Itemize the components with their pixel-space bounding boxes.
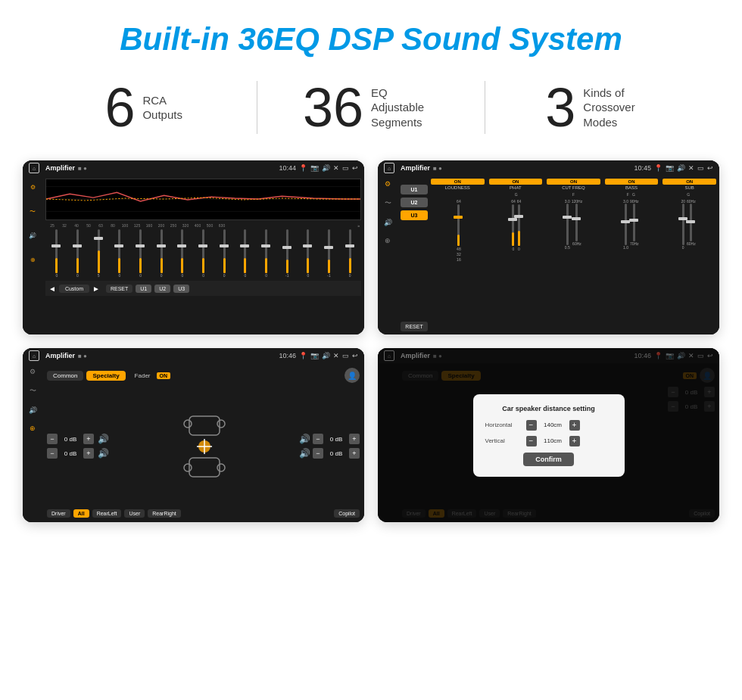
fl-minus-btn[interactable]: − xyxy=(47,434,58,444)
fader-speaker-icon[interactable]: 🔊 xyxy=(29,406,37,414)
horizontal-label: Horizontal xyxy=(485,422,523,428)
eq-settings-icon[interactable]: ⚙ xyxy=(26,180,39,194)
eq-reset-btn[interactable]: RESET xyxy=(106,285,132,293)
phat-on-btn[interactable]: ON xyxy=(489,179,543,185)
stat-number-eq: 36 xyxy=(303,80,363,135)
app-name-channel: Amplifier xyxy=(401,164,430,172)
eq-prev-btn[interactable]: ◄ xyxy=(48,285,56,293)
eq-u3-btn[interactable]: U3 xyxy=(173,285,189,293)
screen-fader: ⌂ Amplifier ■ ● 10:46 📍📷🔊✕▭↩ ⚙ 〜 🔊 ⊕ xyxy=(23,348,364,522)
rearleft-btn[interactable]: RearLeft xyxy=(92,509,122,518)
loudness-on-btn[interactable]: ON xyxy=(431,179,485,185)
screen-distance: ⌂ Amplifier ■ ● 10:46 📍📷🔊✕▭↩ Common Spec… xyxy=(378,348,719,522)
stat-rca: 6 RCAOutputs xyxy=(30,80,257,135)
vertical-plus-btn[interactable]: + xyxy=(569,436,580,446)
eq-graph xyxy=(45,179,361,220)
screenshots-grid: ⌂ Amplifier ■ ● 10:44 📍📷🔊✕▭↩ ⚙ 〜 🔊 ⊕ xyxy=(0,153,742,545)
phat-label: PHAT xyxy=(510,185,522,190)
app-name-eq: Amplifier xyxy=(45,164,75,172)
stat-number-rca: 6 xyxy=(104,80,135,135)
home-icon-fader[interactable]: ⌂ xyxy=(29,350,39,361)
rr-minus-btn[interactable]: − xyxy=(313,448,323,459)
home-icon-channel[interactable]: ⌂ xyxy=(384,163,394,173)
fader-cross-icon[interactable]: ⊕ xyxy=(30,425,36,432)
user-btn[interactable]: User xyxy=(124,509,145,518)
confirm-button[interactable]: Confirm xyxy=(523,453,574,466)
screen-eq: ⌂ Amplifier ■ ● 10:44 📍📷🔊✕▭↩ ⚙ 〜 🔊 ⊕ xyxy=(23,160,364,334)
rearright-btn[interactable]: RearRight xyxy=(148,509,181,518)
eq-bottom-bar: ◄ Custom ► RESET U1 U2 U3 xyxy=(45,281,361,296)
sub-on-btn[interactable]: ON xyxy=(662,179,716,185)
eq-u2-btn[interactable]: U2 xyxy=(154,285,170,293)
svg-rect-10 xyxy=(189,458,220,477)
stats-row: 6 RCAOutputs 36 EQ AdjustableSegments 3 … xyxy=(0,73,742,153)
rr-plus-btn[interactable]: + xyxy=(349,448,360,459)
horizontal-row: Horizontal − 140cm + xyxy=(485,420,613,431)
preset-u2-btn[interactable]: U2 xyxy=(401,198,428,207)
rr-db-value: 0 dB xyxy=(326,450,347,457)
time-eq: 10:44 xyxy=(279,164,296,172)
rl-minus-btn[interactable]: − xyxy=(47,448,58,459)
vertical-row: Vertical − 110cm + xyxy=(485,436,613,446)
horizontal-plus-btn[interactable]: + xyxy=(569,420,580,431)
fader-wave-icon[interactable]: 〜 xyxy=(30,386,36,396)
status-bar-eq: ⌂ Amplifier ■ ● 10:44 📍📷🔊✕▭↩ xyxy=(23,160,364,176)
ch-speaker-icon[interactable]: 🔊 xyxy=(384,219,392,226)
driver-btn[interactable]: Driver xyxy=(47,509,70,518)
fader-diagram[interactable] xyxy=(167,409,242,484)
bass-label: BASS xyxy=(625,185,638,190)
icons-channel: 📍📷🔊✕▭↩ xyxy=(654,164,713,172)
eq-wave-icon[interactable]: 〜 xyxy=(26,204,39,218)
fl-plus-btn[interactable]: + xyxy=(83,434,94,444)
stat-number-crossover: 3 xyxy=(545,80,575,135)
ch-wave-icon[interactable]: 〜 xyxy=(385,198,391,208)
home-icon-eq[interactable]: ⌂ xyxy=(29,163,39,173)
loudness-label: LOUDNESS xyxy=(445,185,470,190)
vertical-value: 110cm xyxy=(540,437,566,444)
screen-channel: ⌂ Amplifier ■ ● 10:45 📍📷🔊✕▭↩ ⚙ 〜 🔊 ⊕ xyxy=(378,160,719,334)
eq-custom-btn[interactable]: Custom xyxy=(59,285,89,293)
ch-reset-btn[interactable]: RESET xyxy=(401,322,428,331)
fl-db-value: 0 dB xyxy=(60,436,81,443)
fader-on-badge[interactable]: ON xyxy=(157,372,171,379)
eq-u1-btn[interactable]: U1 xyxy=(136,285,151,293)
copilot-btn[interactable]: Copilot xyxy=(334,509,360,518)
fr-plus-btn[interactable]: + xyxy=(349,434,360,444)
preset-u1-btn[interactable]: U1 xyxy=(401,185,428,194)
cutfreq-label: CUT FREQ xyxy=(562,185,585,190)
stat-label-eq: EQ AdjustableSegments xyxy=(371,86,439,130)
fader-specialty-tab[interactable]: Specialty xyxy=(86,371,125,381)
preset-u3-btn[interactable]: U3 xyxy=(401,210,428,220)
fader-profile-btn[interactable]: 👤 xyxy=(344,368,360,383)
bass-on-btn[interactable]: ON xyxy=(605,179,659,185)
fader-common-tab[interactable]: Common xyxy=(47,371,83,381)
app-name-fader: Amplifier xyxy=(45,352,75,359)
rl-plus-btn[interactable]: + xyxy=(83,448,94,459)
cutfreq-on-btn[interactable]: ON xyxy=(547,179,600,185)
dialog-overlay: Car speaker distance setting Horizontal … xyxy=(378,348,719,522)
svg-point-5 xyxy=(184,420,192,428)
fader-settings-icon[interactable]: ⚙ xyxy=(30,368,36,375)
all-btn[interactable]: All xyxy=(73,509,89,518)
stat-crossover: 3 Kinds ofCrossover Modes xyxy=(485,80,712,135)
horizontal-minus-btn[interactable]: − xyxy=(526,420,537,431)
fader-label: Fader xyxy=(135,372,151,379)
eq-crossover-icon[interactable]: ⊕ xyxy=(26,253,39,266)
icons-eq: 📍📷🔊✕▭↩ xyxy=(299,164,358,172)
vertical-minus-btn[interactable]: − xyxy=(526,436,537,446)
svg-rect-0 xyxy=(46,179,360,219)
svg-point-6 xyxy=(217,420,225,428)
svg-point-12 xyxy=(217,464,225,471)
vertical-label: Vertical xyxy=(485,437,523,444)
eq-next-btn[interactable]: ► xyxy=(92,285,100,293)
sub-label: SUB xyxy=(685,185,694,190)
status-bar-channel: ⌂ Amplifier ■ ● 10:45 📍📷🔊✕▭↩ xyxy=(378,160,719,176)
status-bar-fader: ⌂ Amplifier ■ ● 10:46 📍📷🔊✕▭↩ xyxy=(23,348,364,363)
fr-minus-btn[interactable]: − xyxy=(313,434,323,444)
stat-label-rca: RCAOutputs xyxy=(142,93,182,123)
eq-speaker-icon[interactable]: 🔊 xyxy=(26,229,39,242)
ch-settings-icon[interactable]: ⚙ xyxy=(385,180,391,188)
ch-cross-icon[interactable]: ⊕ xyxy=(385,237,391,244)
svg-rect-4 xyxy=(189,416,220,435)
eq-main: 25 32 40 50 63 80 100 125 160 200 250 32… xyxy=(42,176,364,334)
